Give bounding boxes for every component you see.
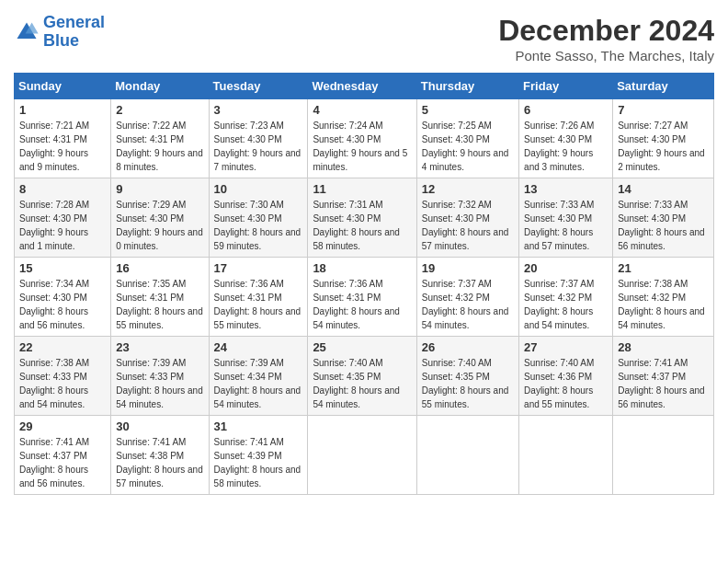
calendar-cell: 20Sunrise: 7:37 AMSunset: 4:32 PMDayligh… — [519, 258, 613, 337]
calendar-cell: 9Sunrise: 7:29 AMSunset: 4:30 PMDaylight… — [111, 178, 209, 258]
day-info: Sunrise: 7:25 AMSunset: 4:30 PMDaylight:… — [422, 119, 514, 174]
day-info: Sunrise: 7:29 AMSunset: 4:30 PMDaylight:… — [116, 198, 203, 253]
day-number: 8 — [19, 182, 106, 196]
day-number: 3 — [214, 103, 303, 117]
calendar-cell: 2Sunrise: 7:22 AMSunset: 4:31 PMDaylight… — [111, 99, 209, 178]
day-number: 19 — [422, 261, 514, 275]
calendar-cell — [519, 416, 613, 495]
day-info: Sunrise: 7:41 AMSunset: 4:39 PMDaylight:… — [214, 435, 303, 490]
logo-line2: Blue — [43, 31, 79, 50]
day-number: 10 — [214, 182, 303, 196]
day-number: 11 — [313, 182, 411, 196]
day-number: 24 — [214, 340, 303, 354]
header-thursday: Thursday — [416, 74, 518, 99]
day-number: 12 — [422, 182, 514, 196]
day-number: 13 — [524, 182, 608, 196]
calendar-week-row: 15Sunrise: 7:34 AMSunset: 4:30 PMDayligh… — [15, 258, 714, 337]
calendar-cell: 30Sunrise: 7:41 AMSunset: 4:38 PMDayligh… — [111, 416, 209, 495]
header-saturday: Saturday — [613, 74, 714, 99]
calendar-cell: 6Sunrise: 7:26 AMSunset: 4:30 PMDaylight… — [519, 99, 613, 178]
day-number: 2 — [116, 103, 203, 117]
calendar-cell: 7Sunrise: 7:27 AMSunset: 4:30 PMDaylight… — [613, 99, 714, 178]
day-number: 14 — [618, 182, 709, 196]
calendar-week-row: 29Sunrise: 7:41 AMSunset: 4:37 PMDayligh… — [15, 416, 714, 495]
day-info: Sunrise: 7:22 AMSunset: 4:31 PMDaylight:… — [116, 119, 203, 174]
day-info: Sunrise: 7:28 AMSunset: 4:30 PMDaylight:… — [19, 198, 106, 253]
day-info: Sunrise: 7:24 AMSunset: 4:30 PMDaylight:… — [313, 119, 411, 174]
header-tuesday: Tuesday — [209, 74, 308, 99]
day-number: 28 — [618, 340, 709, 354]
calendar-cell: 18Sunrise: 7:36 AMSunset: 4:31 PMDayligh… — [308, 258, 416, 337]
day-number: 4 — [313, 103, 411, 117]
day-number: 17 — [214, 261, 303, 275]
logo-text: General Blue — [43, 14, 105, 51]
day-number: 30 — [116, 419, 203, 433]
calendar-cell: 13Sunrise: 7:33 AMSunset: 4:30 PMDayligh… — [519, 178, 613, 258]
day-number: 23 — [116, 340, 203, 354]
month-title: December 2024 — [498, 14, 714, 48]
day-number: 27 — [524, 340, 608, 354]
logo: General Blue — [14, 14, 105, 51]
day-info: Sunrise: 7:41 AMSunset: 4:38 PMDaylight:… — [116, 435, 203, 490]
calendar-week-row: 1Sunrise: 7:21 AMSunset: 4:31 PMDaylight… — [15, 99, 714, 178]
calendar-cell — [613, 416, 714, 495]
calendar-cell: 12Sunrise: 7:32 AMSunset: 4:30 PMDayligh… — [416, 178, 518, 258]
calendar-cell: 14Sunrise: 7:33 AMSunset: 4:30 PMDayligh… — [613, 178, 714, 258]
calendar-cell: 25Sunrise: 7:40 AMSunset: 4:35 PMDayligh… — [308, 337, 416, 416]
day-number: 22 — [19, 340, 106, 354]
header-sunday: Sunday — [15, 74, 111, 99]
day-info: Sunrise: 7:36 AMSunset: 4:31 PMDaylight:… — [214, 277, 303, 332]
day-number: 18 — [313, 261, 411, 275]
calendar-header-row: SundayMondayTuesdayWednesdayThursdayFrid… — [15, 74, 714, 99]
day-number: 15 — [19, 261, 106, 275]
day-number: 21 — [618, 261, 709, 275]
location-title: Ponte Sasso, The Marches, Italy — [498, 48, 714, 63]
day-number: 26 — [422, 340, 514, 354]
day-number: 31 — [214, 419, 303, 433]
header-friday: Friday — [519, 74, 613, 99]
calendar-cell: 1Sunrise: 7:21 AMSunset: 4:31 PMDaylight… — [15, 99, 111, 178]
calendar-cell: 10Sunrise: 7:30 AMSunset: 4:30 PMDayligh… — [209, 178, 308, 258]
day-number: 20 — [524, 261, 608, 275]
calendar-cell: 27Sunrise: 7:40 AMSunset: 4:36 PMDayligh… — [519, 337, 613, 416]
calendar-cell: 26Sunrise: 7:40 AMSunset: 4:35 PMDayligh… — [416, 337, 518, 416]
calendar-cell: 5Sunrise: 7:25 AMSunset: 4:30 PMDaylight… — [416, 99, 518, 178]
day-info: Sunrise: 7:41 AMSunset: 4:37 PMDaylight:… — [618, 356, 709, 411]
calendar-cell: 8Sunrise: 7:28 AMSunset: 4:30 PMDaylight… — [15, 178, 111, 258]
day-number: 16 — [116, 261, 203, 275]
calendar-cell: 19Sunrise: 7:37 AMSunset: 4:32 PMDayligh… — [416, 258, 518, 337]
day-number: 1 — [19, 103, 106, 117]
day-info: Sunrise: 7:21 AMSunset: 4:31 PMDaylight:… — [19, 119, 106, 174]
day-number: 5 — [422, 103, 514, 117]
day-info: Sunrise: 7:39 AMSunset: 4:33 PMDaylight:… — [116, 356, 203, 411]
calendar-cell: 23Sunrise: 7:39 AMSunset: 4:33 PMDayligh… — [111, 337, 209, 416]
day-number: 25 — [313, 340, 411, 354]
calendar-cell: 17Sunrise: 7:36 AMSunset: 4:31 PMDayligh… — [209, 258, 308, 337]
day-info: Sunrise: 7:41 AMSunset: 4:37 PMDaylight:… — [19, 435, 106, 490]
calendar-cell: 21Sunrise: 7:38 AMSunset: 4:32 PMDayligh… — [613, 258, 714, 337]
calendar-cell: 31Sunrise: 7:41 AMSunset: 4:39 PMDayligh… — [209, 416, 308, 495]
day-info: Sunrise: 7:33 AMSunset: 4:30 PMDaylight:… — [618, 198, 709, 253]
title-area: December 2024 Ponte Sasso, The Marches, … — [498, 14, 714, 63]
day-number: 9 — [116, 182, 203, 196]
header: General Blue December 2024 Ponte Sasso, … — [14, 14, 714, 63]
day-info: Sunrise: 7:27 AMSunset: 4:30 PMDaylight:… — [618, 119, 709, 174]
calendar-cell: 28Sunrise: 7:41 AMSunset: 4:37 PMDayligh… — [613, 337, 714, 416]
day-info: Sunrise: 7:34 AMSunset: 4:30 PMDaylight:… — [19, 277, 106, 332]
calendar-cell: 15Sunrise: 7:34 AMSunset: 4:30 PMDayligh… — [15, 258, 111, 337]
day-info: Sunrise: 7:40 AMSunset: 4:35 PMDaylight:… — [422, 356, 514, 411]
calendar-cell: 3Sunrise: 7:23 AMSunset: 4:30 PMDaylight… — [209, 99, 308, 178]
calendar-cell: 24Sunrise: 7:39 AMSunset: 4:34 PMDayligh… — [209, 337, 308, 416]
calendar-cell — [416, 416, 518, 495]
day-info: Sunrise: 7:23 AMSunset: 4:30 PMDaylight:… — [214, 119, 303, 174]
day-info: Sunrise: 7:26 AMSunset: 4:30 PMDaylight:… — [524, 119, 608, 174]
day-info: Sunrise: 7:37 AMSunset: 4:32 PMDaylight:… — [422, 277, 514, 332]
calendar-week-row: 22Sunrise: 7:38 AMSunset: 4:33 PMDayligh… — [15, 337, 714, 416]
day-number: 7 — [618, 103, 709, 117]
calendar-cell: 16Sunrise: 7:35 AMSunset: 4:31 PMDayligh… — [111, 258, 209, 337]
day-info: Sunrise: 7:39 AMSunset: 4:34 PMDaylight:… — [214, 356, 303, 411]
day-info: Sunrise: 7:38 AMSunset: 4:32 PMDaylight:… — [618, 277, 709, 332]
day-info: Sunrise: 7:33 AMSunset: 4:30 PMDaylight:… — [524, 198, 608, 253]
day-info: Sunrise: 7:37 AMSunset: 4:32 PMDaylight:… — [524, 277, 608, 332]
day-info: Sunrise: 7:38 AMSunset: 4:33 PMDaylight:… — [19, 356, 106, 411]
